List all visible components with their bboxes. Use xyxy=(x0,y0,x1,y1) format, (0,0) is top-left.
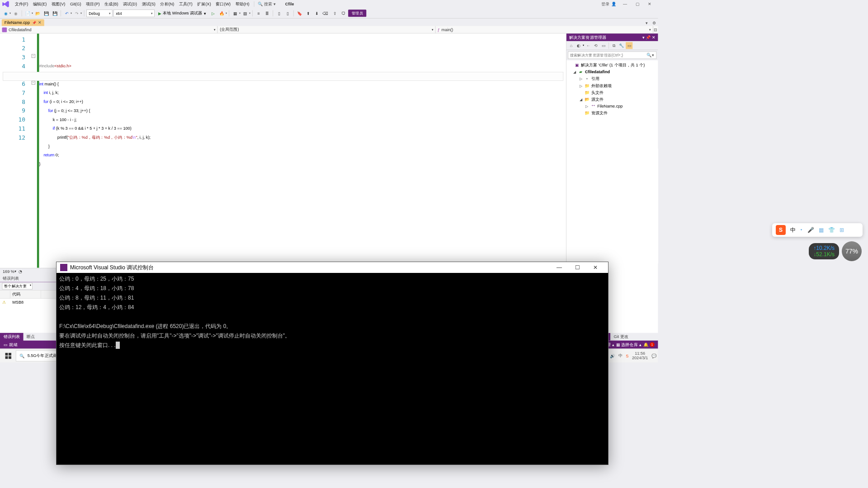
fold-icon[interactable]: − xyxy=(32,81,35,84)
menu-tools[interactable]: 工具(T) xyxy=(177,0,195,8)
bookmark-btn[interactable]: 🔖 xyxy=(296,9,303,17)
console-min-button[interactable]: — xyxy=(550,264,568,271)
indent-btn[interactable]: ≡ xyxy=(255,9,262,17)
bookmark-prev[interactable]: ⬆ xyxy=(304,9,312,17)
notifications-button[interactable]: 🔔1 xyxy=(643,342,655,347)
run-nodebug-button[interactable]: ▷ xyxy=(209,9,217,17)
ime-menu-icon[interactable]: ⊞ xyxy=(840,227,844,233)
show-all-icon[interactable]: ⧉ xyxy=(611,42,618,49)
save-button[interactable]: 💾 xyxy=(42,9,50,17)
toolbtn-2[interactable]: ▨ xyxy=(241,9,249,17)
tab-git-changes[interactable]: Git 更改 xyxy=(610,333,632,341)
menu-edit[interactable]: 编辑(E) xyxy=(31,0,49,8)
code-editor[interactable]: 123456789101112 − − #include<stdio.h> in… xyxy=(0,33,566,267)
se-close-icon[interactable]: ✕ xyxy=(652,35,656,40)
nav-scope-combo[interactable]: Cfiledatafind xyxy=(0,26,218,33)
properties-icon[interactable]: 🔧 xyxy=(618,42,625,49)
nav-global-combo[interactable]: (全局范围) xyxy=(218,26,436,33)
gear-icon[interactable]: ⚙ xyxy=(651,20,657,26)
search-icon[interactable]: 🔍▾ xyxy=(646,53,654,58)
scope-combo[interactable]: 整个解决方案 xyxy=(2,283,33,289)
minimize-button[interactable]: — xyxy=(619,0,631,8)
tab-dropdown-icon[interactable]: ▾ xyxy=(644,20,650,26)
sogou-logo-icon[interactable]: S xyxy=(776,225,786,235)
menu-help[interactable]: 帮助(H) xyxy=(233,0,251,8)
toolbtn-1[interactable]: ▦ xyxy=(231,9,239,17)
tab-close-icon[interactable]: ✕ xyxy=(38,20,42,25)
save-all-button[interactable]: 💾 xyxy=(51,9,59,17)
console-max-button[interactable]: ☐ xyxy=(568,264,586,271)
hot-reload-icon[interactable]: 🔥 xyxy=(218,9,226,17)
menu-window[interactable]: 窗口(W) xyxy=(213,0,233,8)
ime-lang[interactable]: 中 xyxy=(790,226,796,234)
login-button[interactable]: 登录 👤 xyxy=(601,1,616,7)
nav-back-button[interactable]: ◉ xyxy=(2,9,10,17)
platform-combo[interactable]: x64 xyxy=(113,9,155,17)
menu-test[interactable]: 测试(S) xyxy=(139,0,158,8)
bookmark-clear[interactable]: ⌫ xyxy=(321,9,329,17)
search-label[interactable]: 搜索 ▾ xyxy=(264,1,275,7)
action-center-icon[interactable]: 💬 xyxy=(651,353,656,358)
se-dropdown-icon[interactable]: ▾ xyxy=(642,35,645,40)
new-button[interactable]: 📄 xyxy=(24,9,32,17)
se-search[interactable]: 🔍▾ xyxy=(568,52,656,59)
ime-icon[interactable]: 中 xyxy=(618,353,623,359)
tab-breakpoints[interactable]: 断点 xyxy=(24,333,38,340)
start-button[interactable] xyxy=(1,349,15,362)
tab-error-list[interactable]: 错误列表 xyxy=(0,333,24,340)
comment-btn[interactable]: ▯ xyxy=(275,9,283,17)
console-titlebar[interactable]: Microsoft Visual Studio 调试控制台 — ☐ ✕ xyxy=(57,262,608,273)
pin-icon[interactable]: 📌 xyxy=(32,21,36,24)
issues-icon[interactable]: ◔ xyxy=(19,269,22,274)
menu-git[interactable]: Git(G) xyxy=(68,1,84,8)
sogou-tray-icon[interactable]: S xyxy=(626,353,628,358)
menu-project[interactable]: 项目(P) xyxy=(84,0,102,8)
perf-widget[interactable]: ↑10.2K/s↓52.1K/s 77% xyxy=(809,241,862,261)
maximize-button[interactable]: ▢ xyxy=(631,0,643,8)
split-icon[interactable]: ⊟ xyxy=(653,26,658,33)
menu-analyze[interactable]: 分析(N) xyxy=(158,0,176,8)
collapse-icon[interactable]: ▭ xyxy=(600,42,607,49)
debug-console-window[interactable]: Microsoft Visual Studio 调试控制台 — ☐ ✕ 公鸡：0… xyxy=(56,262,609,465)
ime-skin-icon[interactable]: ▦ xyxy=(819,227,824,233)
feedback-icon[interactable]: 🗨 xyxy=(340,9,347,17)
ime-tool-icon[interactable]: 👕 xyxy=(828,227,835,233)
volume-icon[interactable]: 🔊 xyxy=(610,353,615,358)
open-button[interactable]: 📂 xyxy=(34,9,42,17)
output-icon[interactable]: ▭ xyxy=(4,342,7,347)
clock[interactable]: 11:562024/3/1 xyxy=(632,351,648,360)
se-pin-icon[interactable]: 📌 xyxy=(646,35,651,40)
nav-fwd-button[interactable]: ◉ xyxy=(12,9,20,17)
menu-view[interactable]: 视图(V) xyxy=(49,0,68,8)
sync-icon[interactable]: ⟲ xyxy=(593,42,599,49)
search-icon[interactable]: 🔍 xyxy=(258,2,263,7)
config-combo[interactable]: Debug xyxy=(86,9,113,17)
zoom-level[interactable]: 169 % xyxy=(3,269,14,274)
col-code[interactable]: 代码 xyxy=(10,291,41,298)
preview-icon[interactable]: ▭ xyxy=(626,42,632,49)
se-search-input[interactable] xyxy=(568,52,656,59)
menu-build[interactable]: 生成(B) xyxy=(102,0,121,8)
redo-button[interactable]: ↷ xyxy=(73,9,80,17)
undo-button[interactable]: ↶ xyxy=(63,9,71,17)
menu-file[interactable]: 文件(F) xyxy=(12,0,30,8)
nav-func-combo[interactable]: ƒmain() xyxy=(435,26,653,33)
repo-select-button[interactable]: ▦ 选择仓库 ▴ xyxy=(616,342,641,347)
run-button[interactable]: ▶本地 Windows 调试器 ▾ xyxy=(156,9,208,17)
file-tab[interactable]: FileName.cpp 📌 ✕ xyxy=(2,19,44,26)
console-close-button[interactable]: ✕ xyxy=(586,264,604,271)
share-icon[interactable]: ⇪ xyxy=(331,9,339,17)
bookmark-next[interactable]: ⬇ xyxy=(313,9,321,17)
uncomment-btn[interactable]: ▯ xyxy=(284,9,292,17)
close-button[interactable]: ✕ xyxy=(644,0,656,8)
back-icon[interactable]: ← xyxy=(585,42,592,49)
menu-debug[interactable]: 调试(D) xyxy=(121,0,139,8)
home-icon[interactable]: ⌂ xyxy=(568,42,575,49)
ime-punct-icon[interactable]: ꞏ xyxy=(800,227,803,233)
switch-view-icon[interactable]: ◐ xyxy=(576,42,582,49)
menu-ext[interactable]: 扩展(X) xyxy=(195,0,213,8)
outdent-btn[interactable]: ≣ xyxy=(263,9,271,17)
ime-voice-icon[interactable]: 🎤 xyxy=(807,227,814,233)
fold-icon[interactable]: − xyxy=(32,54,35,58)
cpu-meter[interactable]: 77% xyxy=(842,241,862,261)
